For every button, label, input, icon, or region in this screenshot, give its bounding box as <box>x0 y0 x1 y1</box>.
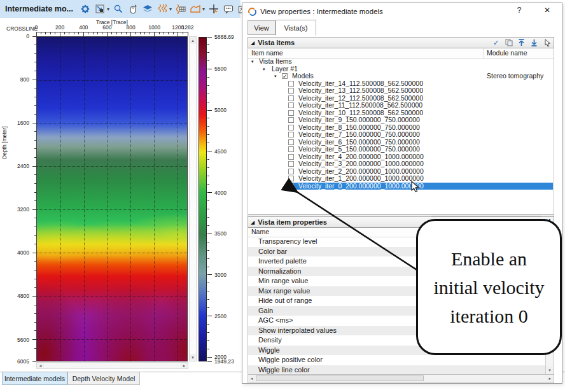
scrollbar-thumb[interactable] <box>256 375 424 381</box>
velocity-item-row[interactable]: Velocity_iter_13_112.500008_562.500000 <box>248 87 554 95</box>
model-gridlines <box>37 37 187 361</box>
vista-items-tree: Item name Module name ▾ Vista Items ▾ La… <box>248 48 554 214</box>
scroll-left-icon[interactable]: ◄ <box>37 363 44 368</box>
dialog-close-button[interactable]: ✕ <box>541 6 553 15</box>
velocity-item-checkbox[interactable] <box>288 154 294 160</box>
velocity-item-row[interactable]: ✓ Velocity_iter_0_200.000000_1000.000000 <box>248 183 554 190</box>
velocity-item-checkbox[interactable] <box>288 176 294 181</box>
velocity-item-row[interactable]: Velocity_iter_3_200.000000_1000.000000 <box>248 160 554 168</box>
velocity-item-label: Velocity_iter_1_200.000000_1000.000000 <box>298 175 424 183</box>
fit-view-dropdown-icon[interactable]: ▾ <box>107 6 109 12</box>
module-name-value: Stereo tomography <box>487 73 543 80</box>
wiggle-grid-icon[interactable] <box>175 3 186 15</box>
vista-items-header-icons: ✓ <box>492 39 551 47</box>
expander-icon[interactable]: ▾ <box>251 58 254 66</box>
velocity-item-checkbox[interactable] <box>288 139 294 145</box>
velocity-item-label: Velocity_iter_7_150.000000_750.000000 <box>298 131 420 139</box>
velocity-item-checkbox[interactable]: ✓ <box>288 183 294 189</box>
colorbar-ticks: 5888.69550050004500400035003000250020001… <box>207 37 238 361</box>
column-item-name[interactable]: Item name <box>251 49 283 57</box>
models-checkbox[interactable]: ✓ <box>282 73 288 79</box>
tree-row-models[interactable]: ▾ ✓ Models Stereo tomography <box>248 73 554 80</box>
velocity-item-checkbox[interactable] <box>288 102 294 108</box>
viewer-title: Intermediate mo... <box>0 4 73 13</box>
zoom-icon[interactable] <box>113 3 124 15</box>
velocity-colorbar <box>199 37 207 361</box>
dialog-help-button[interactable]: ? <box>513 6 525 15</box>
check-all-icon[interactable]: ✓ <box>492 39 500 47</box>
properties-horizontal-scrollbar[interactable]: ◄ ► <box>248 374 554 382</box>
velocity-item-checkbox[interactable] <box>288 88 294 94</box>
velocity-item-row[interactable]: Velocity_iter_11_112.500008_562.500000 <box>248 102 554 109</box>
scroll-right-icon[interactable]: ► <box>547 375 554 382</box>
copy-icon[interactable] <box>505 39 513 47</box>
velocity-item-checkbox[interactable] <box>288 117 294 123</box>
velocity-item-label: Velocity_iter_3_200.000000_1000.000000 <box>298 160 424 168</box>
velocity-item-checkbox[interactable] <box>288 169 294 174</box>
tab-label: View <box>254 24 269 32</box>
vista-items-section-header[interactable]: ◢ Vista items ✓ <box>248 37 554 48</box>
move-bottom-icon[interactable] <box>530 39 538 47</box>
y-axis-tick-labels: 08001600240032004000480056006005 <box>13 36 33 361</box>
velocity-item-row[interactable]: Velocity_iter_5_150.000000_750.000000 <box>248 146 554 153</box>
callout-bubble: Enable an initial velocity iteration 0 <box>416 219 562 355</box>
velocity-model-image[interactable] <box>36 36 188 361</box>
velocity-item-checkbox[interactable] <box>288 161 294 167</box>
wiggle-display-icon[interactable] <box>157 3 168 15</box>
scroll-down-icon[interactable]: ▼ <box>190 354 196 361</box>
velocity-item-row[interactable]: Velocity_iter_9_150.000000_750.000000 <box>248 116 554 124</box>
velocity-item-label: Velocity_iter_11_112.500008_562.500000 <box>298 102 422 109</box>
expander-icon[interactable]: ▾ <box>263 66 265 73</box>
column-divider <box>483 48 484 58</box>
property-row[interactable]: Wiggle positive color <box>248 355 546 365</box>
tree-row-root[interactable]: ▾ Vista Items <box>248 58 554 66</box>
horizon-tool-icon[interactable] <box>190 3 201 15</box>
settings-gear-icon[interactable] <box>80 3 91 15</box>
velocity-item-checkbox[interactable] <box>288 110 294 116</box>
tree-column-header[interactable]: Item name Module name <box>248 48 554 59</box>
velocity-item-checkbox[interactable] <box>288 146 294 152</box>
crosshair-icon[interactable] <box>208 3 220 15</box>
comment-icon[interactable] <box>223 3 234 15</box>
app-logo-icon <box>248 7 256 18</box>
y-axis-title: Depth [meter] <box>1 127 8 160</box>
callout-text: Enable an initial velocity iteration 0 <box>427 244 551 330</box>
pick-pointer-icon[interactable] <box>543 39 551 47</box>
model-horizontal-scrollbar[interactable]: ◄ ► <box>36 362 188 369</box>
property-row[interactable]: Wiggle line color <box>248 365 546 375</box>
velocity-item-row[interactable]: Velocity_iter_7_150.000000_750.000000 <box>248 131 554 139</box>
column-module-name[interactable]: Module name <box>487 49 527 57</box>
section-expander-icon: ◢ <box>251 40 255 46</box>
x-axis-tick-labels: 0200400600800100012001282 <box>36 24 188 31</box>
tab-depth-velocity-model[interactable]: Depth Velocity Model <box>67 372 140 385</box>
model-vertical-scrollbar[interactable]: ▲ ▼ <box>189 36 197 361</box>
scroll-right-icon[interactable]: ► <box>181 363 188 368</box>
layers-icon[interactable] <box>142 3 153 15</box>
tree-row-label: Models <box>292 73 314 80</box>
velocity-item-checkbox[interactable] <box>288 125 294 130</box>
tab-intermediate-models[interactable]: Intermediate models <box>2 372 67 385</box>
velocity-item-label: Velocity_iter_0_200.000000_1000.000000 <box>298 183 424 190</box>
velocity-item-label: Velocity_iter_9_150.000000_750.000000 <box>298 116 420 124</box>
horizon-dropdown-icon[interactable]: ▾ <box>202 6 205 12</box>
velocity-item-row[interactable]: Velocity_iter_1_200.000000_1000.000000 <box>248 175 554 183</box>
crossline-label: CROSSLINE <box>6 25 38 32</box>
velocity-item-list: Velocity_iter_14_112.500008_562.500000 V… <box>248 80 554 190</box>
velocity-item-checkbox[interactable] <box>288 81 294 87</box>
mouse-tool-icon[interactable] <box>127 3 139 15</box>
dialog-titlebar[interactable]: View properties : Intermediate models ? … <box>242 3 562 19</box>
tab-label: Intermediate models <box>4 375 65 382</box>
fit-view-icon[interactable] <box>94 3 106 15</box>
expander-icon[interactable]: ▾ <box>274 73 277 80</box>
scroll-left-icon[interactable]: ◄ <box>248 375 255 382</box>
scroll-down-icon[interactable]: ▼ <box>546 367 554 374</box>
dialog-title: View properties : Intermediate models <box>260 8 383 15</box>
scroll-up-icon[interactable]: ▲ <box>190 37 196 44</box>
move-top-icon[interactable] <box>517 39 526 47</box>
velocity-item-checkbox[interactable] <box>288 95 294 101</box>
tab-view[interactable]: View <box>248 20 276 35</box>
wiggle-dropdown-icon[interactable]: ▾ <box>169 6 172 12</box>
velocity-item-checkbox[interactable] <box>288 132 294 137</box>
tab-vistas[interactable]: Vista(s) <box>276 20 316 36</box>
column-name: Name <box>251 228 269 235</box>
